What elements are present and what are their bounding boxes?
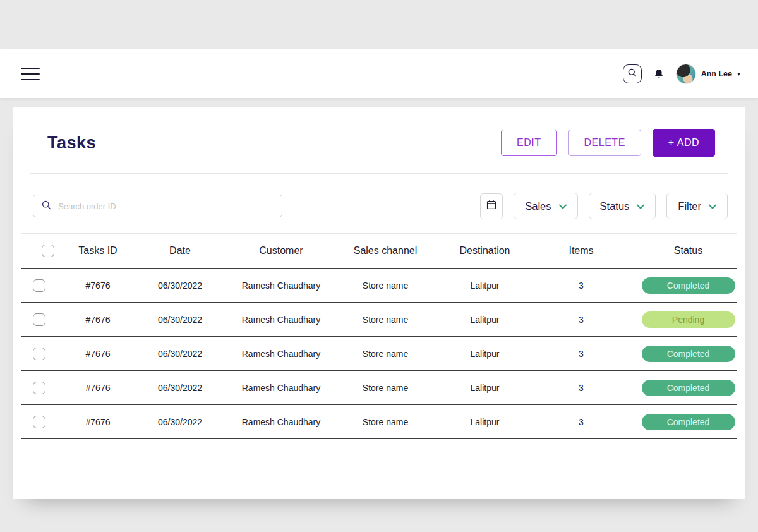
table-row: #7676 06/30/2022 Ramesh Chaudhary Store … <box>21 269 737 303</box>
cell-customer: Ramesh Chaudhary <box>227 383 335 393</box>
status-badge: Completed <box>642 346 735 362</box>
cell-destination: Lalitpur <box>436 349 534 359</box>
cell-destination: Lalitpur <box>436 417 534 427</box>
search-order-box <box>33 195 282 217</box>
cell-items: 3 <box>534 383 629 393</box>
column-header-tasks-id: Tasks ID <box>63 245 133 257</box>
sales-dropdown-label: Sales <box>525 200 551 212</box>
search-button[interactable] <box>623 64 642 83</box>
chevron-down-icon: ▾ <box>737 70 740 77</box>
edit-button[interactable]: EDIT <box>501 130 556 156</box>
cell-date: 06/30/2022 <box>133 417 227 427</box>
table-header-row: Tasks ID Date Customer Sales channel Des… <box>21 234 737 269</box>
cell-items: 3 <box>534 417 629 427</box>
page-title: Tasks <box>47 133 96 153</box>
cell-destination: Lalitpur <box>436 281 534 291</box>
table-row: #7676 06/30/2022 Ramesh Chaudhary Store … <box>21 337 737 371</box>
calendar-icon <box>486 199 497 213</box>
cell-sales-channel: Store name <box>335 281 436 291</box>
cell-sales-channel: Store name <box>335 417 436 427</box>
search-icon <box>41 200 52 213</box>
cell-customer: Ramesh Chaudhary <box>227 281 335 291</box>
search-order-input[interactable] <box>58 202 274 211</box>
cell-sales-channel: Store name <box>335 383 436 393</box>
tasks-table: Tasks ID Date Customer Sales channel Des… <box>21 233 737 439</box>
cell-date: 06/30/2022 <box>133 349 227 359</box>
search-icon <box>627 68 637 80</box>
cell-customer: Ramesh Chaudhary <box>227 417 335 427</box>
calendar-button[interactable] <box>480 193 503 219</box>
cell-customer: Ramesh Chaudhary <box>227 349 335 359</box>
filter-controls: Sales Status Filter <box>480 193 728 219</box>
sales-dropdown[interactable]: Sales <box>514 193 577 219</box>
status-dropdown-label: Status <box>600 200 630 212</box>
column-header-date: Date <box>133 245 227 257</box>
cell-task-id: #7676 <box>63 417 133 427</box>
column-header-customer: Customer <box>227 245 335 257</box>
table-row: #7676 06/30/2022 Ramesh Chaudhary Store … <box>21 405 737 439</box>
filter-dropdown-label: Filter <box>678 200 701 212</box>
cell-task-id: #7676 <box>63 349 133 359</box>
filter-dropdown[interactable]: Filter <box>666 193 728 219</box>
user-avatar <box>676 64 696 84</box>
cell-items: 3 <box>534 281 629 291</box>
cell-customer: Ramesh Chaudhary <box>227 315 335 325</box>
header-actions: EDIT DELETE + ADD <box>501 129 715 157</box>
user-menu[interactable]: Ann Lee ▾ <box>676 64 740 84</box>
row-checkbox[interactable] <box>33 313 45 326</box>
row-checkbox[interactable] <box>33 416 45 428</box>
table-body: #7676 06/30/2022 Ramesh Chaudhary Store … <box>21 269 737 439</box>
cell-task-id: #7676 <box>63 315 133 325</box>
row-checkbox[interactable] <box>33 348 45 360</box>
status-badge: Completed <box>642 380 735 396</box>
cell-items: 3 <box>534 315 629 325</box>
content-card: Tasks EDIT DELETE + ADD Sales <box>13 107 745 499</box>
column-header-sales-channel: Sales channel <box>335 245 436 257</box>
notifications-bell-icon[interactable] <box>653 68 665 80</box>
topbar: Ann Lee ▾ <box>0 49 758 98</box>
row-checkbox[interactable] <box>33 382 45 394</box>
cell-items: 3 <box>534 349 629 359</box>
select-all-checkbox[interactable] <box>42 245 54 257</box>
cell-destination: Lalitpur <box>436 383 534 393</box>
table-row: #7676 06/30/2022 Ramesh Chaudhary Store … <box>21 371 737 405</box>
row-checkbox[interactable] <box>33 279 45 292</box>
hamburger-menu-icon[interactable] <box>21 63 40 85</box>
status-badge: Pending <box>642 311 735 328</box>
filter-row: Sales Status Filter <box>13 174 745 233</box>
chevron-down-icon <box>709 200 716 212</box>
cell-sales-channel: Store name <box>335 315 436 325</box>
add-button[interactable]: + ADD <box>653 129 715 157</box>
chevron-down-icon <box>559 200 567 212</box>
delete-button[interactable]: DELETE <box>568 130 641 156</box>
page-header: Tasks EDIT DELETE + ADD <box>13 107 745 173</box>
cell-date: 06/30/2022 <box>133 315 227 325</box>
status-badge: Completed <box>642 414 735 430</box>
status-dropdown[interactable]: Status <box>589 193 656 219</box>
column-header-destination: Destination <box>436 245 534 257</box>
cell-destination: Lalitpur <box>436 315 534 325</box>
cell-task-id: #7676 <box>63 281 133 291</box>
cell-date: 06/30/2022 <box>133 281 227 291</box>
user-name: Ann Lee <box>701 70 732 78</box>
table-row: #7676 06/30/2022 Ramesh Chaudhary Store … <box>21 303 737 337</box>
chevron-down-icon <box>637 200 644 212</box>
cell-date: 06/30/2022 <box>133 383 227 393</box>
column-header-items: Items <box>534 245 629 257</box>
status-badge: Completed <box>642 277 735 294</box>
column-header-status: Status <box>629 245 748 257</box>
cell-task-id: #7676 <box>63 383 133 393</box>
cell-sales-channel: Store name <box>335 349 436 359</box>
